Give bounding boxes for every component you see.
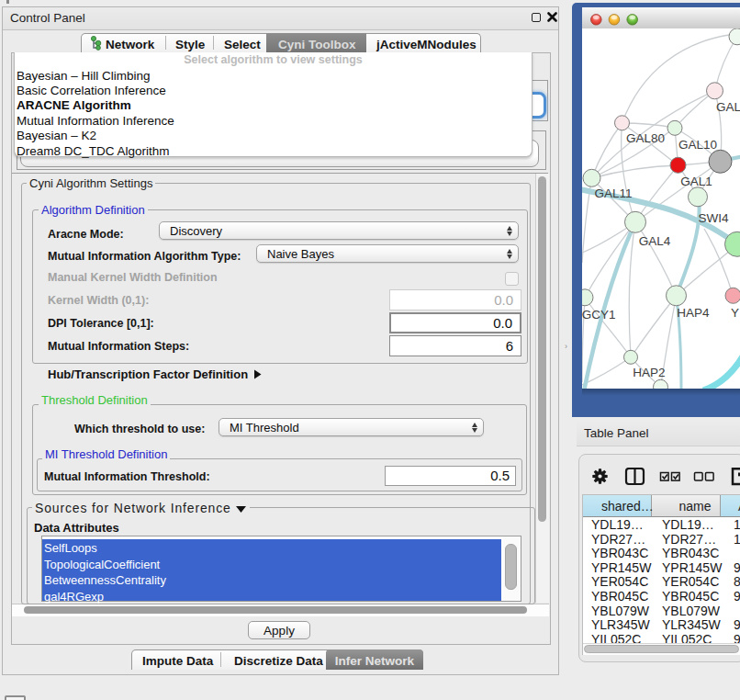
svg-text:GAL80: GAL80 [626, 131, 665, 145]
svg-text:HAP4: HAP4 [677, 306, 710, 320]
svg-text:SWI4: SWI4 [698, 211, 728, 225]
svg-text:Y: Y [731, 306, 739, 320]
svg-text:GCY1: GCY1 [582, 308, 615, 322]
svg-text:HAP2: HAP2 [633, 366, 665, 379]
svg-text:GAL11: GAL11 [594, 186, 632, 200]
svg-text:GAL4: GAL4 [639, 234, 671, 248]
svg-text:GAL1: GAL1 [680, 175, 712, 188]
svg-text:GAL10: GAL10 [678, 138, 717, 152]
svg-text:GAL: GAL [716, 100, 740, 114]
